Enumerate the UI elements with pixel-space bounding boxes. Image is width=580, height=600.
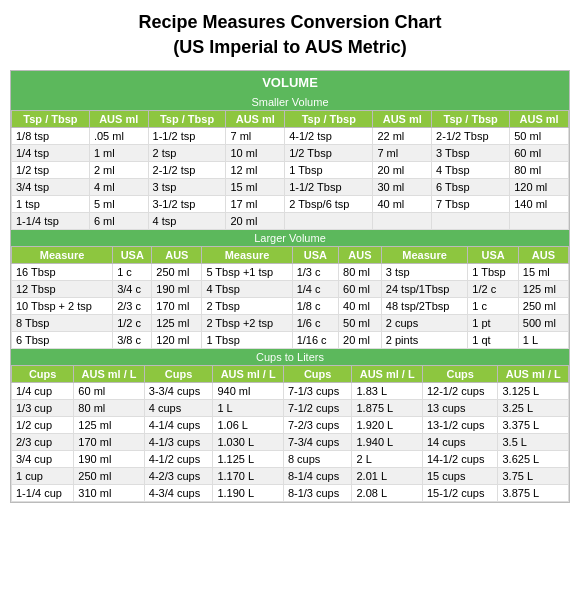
data-cell: 15 ml <box>518 264 568 281</box>
data-cell: 1/3 c <box>292 264 338 281</box>
data-cell: 22 ml <box>373 128 432 145</box>
data-cell: 1.940 L <box>352 434 422 451</box>
data-cell: 250 ml <box>74 468 144 485</box>
data-cell: 2 L <box>352 451 422 468</box>
table-row: 6 Tbsp3/8 c120 ml1 Tbsp1/16 c20 ml2 pint… <box>12 332 569 349</box>
data-cell: 15 cups <box>422 468 498 485</box>
col-header: AUS <box>518 247 568 264</box>
data-cell: 1 qt <box>468 332 519 349</box>
col-header: Measure <box>202 247 292 264</box>
data-cell: 24 tsp/1Tbsp <box>381 281 467 298</box>
data-cell: 4-2/3 cups <box>144 468 213 485</box>
data-cell: 1/2 c <box>468 281 519 298</box>
col-header: AUS ml <box>89 111 148 128</box>
col-header: AUS ml / L <box>74 366 144 383</box>
table-row: 10 Tbsp + 2 tsp2/3 c170 ml2 Tbsp1/8 c40 … <box>12 298 569 315</box>
data-cell: 2-1/2 tsp <box>148 162 226 179</box>
col-header: AUS ml <box>373 111 432 128</box>
data-cell: 2.08 L <box>352 485 422 502</box>
data-cell: 2 ml <box>89 162 148 179</box>
table-row: 1 tsp5 ml3-1/2 tsp17 ml2 Tbsp/6 tsp40 ml… <box>12 196 569 213</box>
data-cell: 80 ml <box>510 162 569 179</box>
table-row: 1/2 cup125 ml4-1/4 cups1.06 L7-2/3 cups1… <box>12 417 569 434</box>
data-cell: 20 ml <box>339 332 382 349</box>
section-header: VOLUME <box>11 71 569 94</box>
data-cell: 40 ml <box>339 298 382 315</box>
data-cell: 1.875 L <box>352 400 422 417</box>
table-row: 12 Tbsp3/4 c190 ml4 Tbsp1/4 c60 ml24 tsp… <box>12 281 569 298</box>
data-cell: 4-1/2 cups <box>144 451 213 468</box>
table-row: 1/3 cup80 ml4 cups1 L7-1/2 cups1.875 L13… <box>12 400 569 417</box>
data-cell: 6 Tbsp <box>432 179 510 196</box>
data-cell: 2/3 c <box>113 298 152 315</box>
col-header: Tsp / Tbsp <box>12 111 90 128</box>
data-cell: 60 ml <box>510 145 569 162</box>
data-cell: 3/8 c <box>113 332 152 349</box>
data-cell: 4 Tbsp <box>202 281 292 298</box>
data-cell: 1 L <box>518 332 568 349</box>
data-cell: 7-2/3 cups <box>283 417 352 434</box>
data-cell <box>432 213 510 230</box>
data-cell <box>510 213 569 230</box>
data-cell: .05 ml <box>89 128 148 145</box>
data-cell: 10 ml <box>226 145 285 162</box>
data-cell: 20 ml <box>226 213 285 230</box>
data-cell: 3/4 c <box>113 281 152 298</box>
data-cell: 14-1/2 cups <box>422 451 498 468</box>
data-cell: 4 Tbsp <box>432 162 510 179</box>
data-cell: 500 ml <box>518 315 568 332</box>
data-cell: 1.06 L <box>213 417 283 434</box>
data-cell: 3 Tbsp <box>432 145 510 162</box>
data-cell <box>373 213 432 230</box>
table-row: 1 cup250 ml4-2/3 cups1.170 L8-1/4 cups2.… <box>12 468 569 485</box>
data-cell: 2.01 L <box>352 468 422 485</box>
table-row: 1/4 cup60 ml3-3/4 cups940 ml7-1/3 cups1.… <box>12 383 569 400</box>
data-cell: 3/4 cup <box>12 451 74 468</box>
data-cell: 4 cups <box>144 400 213 417</box>
data-cell: 250 ml <box>152 264 202 281</box>
data-cell: 120 ml <box>152 332 202 349</box>
data-cell: 140 ml <box>510 196 569 213</box>
data-cell: 50 ml <box>510 128 569 145</box>
data-cell: 125 ml <box>518 281 568 298</box>
col-header: USA <box>468 247 519 264</box>
data-cell: 3 tsp <box>381 264 467 281</box>
data-cell: 10 Tbsp + 2 tsp <box>12 298 113 315</box>
data-cell: 2 cups <box>381 315 467 332</box>
data-cell: 3.25 L <box>498 400 569 417</box>
data-cell: 310 ml <box>74 485 144 502</box>
data-cell: 1.83 L <box>352 383 422 400</box>
data-cell: 1/3 cup <box>12 400 74 417</box>
data-cell: 14 cups <box>422 434 498 451</box>
data-cell: 6 Tbsp <box>12 332 113 349</box>
data-cell: 3.625 L <box>498 451 569 468</box>
data-cell: 1 cup <box>12 468 74 485</box>
data-cell: 4-1/4 cups <box>144 417 213 434</box>
data-cell: 1 Tbsp <box>202 332 292 349</box>
sub-header: Smaller Volume <box>11 94 569 110</box>
data-cell: 50 ml <box>339 315 382 332</box>
data-cell: 3.5 L <box>498 434 569 451</box>
data-cell: 1-1/2 Tbsp <box>285 179 373 196</box>
data-cell: 1/4 c <box>292 281 338 298</box>
data-cell: 1/2 c <box>113 315 152 332</box>
data-cell: 1 c <box>113 264 152 281</box>
data-cell: 7 Tbsp <box>432 196 510 213</box>
data-cell: 8 cups <box>283 451 352 468</box>
data-cell: 1.030 L <box>213 434 283 451</box>
data-cell: 12 Tbsp <box>12 281 113 298</box>
data-cell: 1.190 L <box>213 485 283 502</box>
data-cell: 2-1/2 Tbsp <box>432 128 510 145</box>
col-header: AUS ml <box>510 111 569 128</box>
data-cell: 1/8 c <box>292 298 338 315</box>
table-row: 1-1/4 tsp6 ml4 tsp20 ml <box>12 213 569 230</box>
data-cell: 16 Tbsp <box>12 264 113 281</box>
table-row: 2/3 cup170 ml4-1/3 cups1.030 L7-3/4 cups… <box>12 434 569 451</box>
data-cell: 8-1/4 cups <box>283 468 352 485</box>
data-cell: 120 ml <box>510 179 569 196</box>
table-row: 1-1/4 cup310 ml4-3/4 cups1.190 L8-1/3 cu… <box>12 485 569 502</box>
data-cell: 15-1/2 cups <box>422 485 498 502</box>
col-header: USA <box>292 247 338 264</box>
data-cell: 5 ml <box>89 196 148 213</box>
col-header: AUS ml / L <box>352 366 422 383</box>
